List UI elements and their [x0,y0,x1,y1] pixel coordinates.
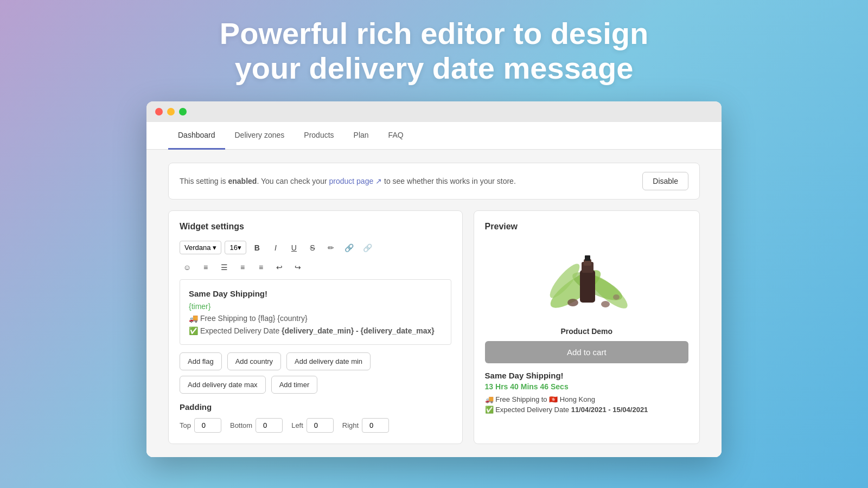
strikethrough-button[interactable]: S [305,240,320,255]
editor-line2: ✅ Expected Delivery Date {delivery_date_… [189,325,442,337]
add-delivery-date-max-button[interactable]: Add delivery date max [180,376,266,394]
browser-window: Dashboard Delivery zones Products Plan F… [146,101,722,457]
align-justify-button[interactable]: ≡ [253,260,269,275]
two-col-layout: Widget settings Verdana ▾ 16▾ B I U [168,210,700,444]
svg-rect-4 [580,270,595,303]
padding-title: Padding [180,402,451,412]
underline-button[interactable]: U [286,240,302,255]
product-image-svg [532,240,641,322]
product-name: Product Demo [485,327,688,336]
editor-timer-var: {timer} [189,300,442,312]
undo-button[interactable]: ↩ [272,260,287,275]
padding-left-field: Left [291,418,334,433]
widget-panel: Widget settings Verdana ▾ 16▾ B I U [168,210,463,444]
preview-shipping-title: Same Day Shipping! [485,371,688,380]
align-left-button[interactable]: ≡ [198,260,213,275]
main-content: This setting is enabled. You can check y… [146,150,722,457]
disable-button[interactable]: Disable [642,172,688,190]
svg-point-8 [567,299,578,306]
editor-heading: Same Day Shipping! [189,287,442,300]
toolbar-row-1: Verdana ▾ 16▾ B I U S ✏ 🔗 🔗 [180,240,451,255]
bold-button[interactable]: B [250,240,265,255]
tab-delivery-zones[interactable]: Delivery zones [225,122,295,150]
highlight-button[interactable]: ✏ [323,240,339,255]
dot-yellow[interactable] [167,108,175,115]
editor-area[interactable]: Same Day Shipping! {timer} 🚚 Free Shippi… [180,279,451,345]
unlink-button[interactable]: 🔗 [360,240,375,255]
toolbar-row-2: ☺ ≡ ☰ ≡ ≡ ↩ ↪ [180,260,451,275]
padding-left-input[interactable] [307,418,334,433]
font-family-select[interactable]: Verdana ▾ [180,241,221,254]
padding-top-field: Top [180,418,221,433]
chevron-down-icon: ▾ [213,243,216,252]
add-country-button[interactable]: Add country [227,352,281,370]
padding-right-field: Right [342,418,389,433]
preview-title: Preview [485,222,688,232]
tab-dashboard[interactable]: Dashboard [168,122,225,150]
add-to-cart-button[interactable]: Add to cart [485,341,688,363]
alert-bar: This setting is enabled. You can check y… [168,163,700,200]
widget-title: Widget settings [180,222,451,232]
redo-button[interactable]: ↪ [290,260,305,275]
align-center-button[interactable]: ☰ [216,260,232,275]
add-delivery-date-min-button[interactable]: Add delivery date min [286,352,371,370]
link-button[interactable]: 🔗 [342,240,357,255]
add-flag-button[interactable]: Add flag [180,352,222,370]
align-right-button[interactable]: ≡ [235,260,250,275]
insert-buttons-row1: Add flag Add country Add delivery date m… [180,352,451,370]
alert-text: This setting is enabled. You can check y… [180,177,516,185]
preview-timer: 13 Hrs 40 Mins 46 Secs [485,382,688,391]
padding-bottom-field: Bottom [230,418,283,433]
svg-point-10 [613,294,620,300]
padding-bottom-input[interactable] [256,418,283,433]
product-image-area [485,240,688,322]
preview-panel: Preview [474,210,700,444]
add-timer-button[interactable]: Add timer [271,376,318,394]
nav-tabs: Dashboard Delivery zones Products Plan F… [146,122,722,150]
svg-rect-7 [585,255,590,261]
preview-expected-delivery: ✅ Expected Delivery Date 11/04/2021 - 15… [485,406,688,414]
tab-faq[interactable]: FAQ [379,122,413,150]
padding-right-input[interactable] [362,418,389,433]
svg-point-9 [601,301,610,307]
dot-green[interactable] [179,108,187,115]
preview-free-shipping: 🚚 Free Shipping to 🇭🇰 Hong Kong [485,395,688,403]
tab-plan[interactable]: Plan [344,122,379,150]
hero-title: Powerful rich editor to design your deli… [220,16,648,86]
browser-chrome [146,101,722,122]
product-page-link[interactable]: product page ↗ [329,177,382,185]
browser-content: Dashboard Delivery zones Products Plan F… [146,122,722,457]
italic-button[interactable]: I [268,240,283,255]
dot-red[interactable] [155,108,163,115]
padding-top-input[interactable] [194,418,221,433]
insert-buttons-row2: Add delivery date max Add timer [180,376,451,394]
emoji-button[interactable]: ☺ [180,260,195,275]
editor-line1: 🚚 Free Shipping to {flag} {country} [189,312,442,324]
padding-row: Top Bottom Left [180,418,451,433]
font-size-select[interactable]: 16▾ [225,241,246,254]
tab-products[interactable]: Products [294,122,343,150]
padding-section: Padding Top Bottom Left [180,402,451,433]
